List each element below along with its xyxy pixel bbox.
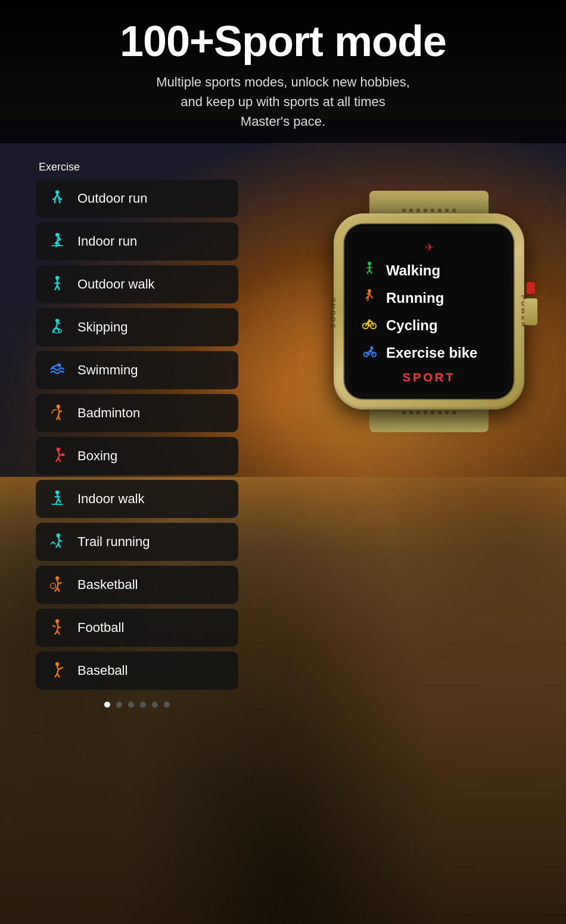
outdoor-run-label: Outdoor run	[77, 191, 147, 206]
indoor-walk-icon	[46, 488, 68, 510]
dot-6[interactable]	[164, 702, 170, 708]
sport-text: SPORT	[403, 371, 456, 384]
exercise-bike-label: Exercise bike	[386, 345, 477, 361]
trail-run-label: Trail running	[77, 534, 150, 550]
list-item[interactable]: Football	[36, 609, 238, 647]
watch-sport-walking: Walking	[361, 261, 497, 280]
run-icon	[361, 289, 378, 308]
vent-dots-bottom	[402, 411, 456, 414]
svg-point-14	[55, 662, 59, 666]
vent-dot	[431, 411, 434, 414]
modes-label: Exercise	[36, 161, 238, 173]
watch-sport-running: Running	[361, 289, 497, 308]
watch-screen: ✈ Walking	[349, 229, 509, 394]
dot-4[interactable]	[140, 702, 146, 708]
swimming-icon	[46, 359, 68, 381]
vent-dot	[438, 411, 441, 414]
svg-point-19	[368, 320, 371, 322]
watch-body: SOUND POWER ✈	[334, 191, 524, 432]
svg-point-9	[55, 491, 59, 494]
badminton-icon	[46, 402, 68, 424]
vent-dot	[416, 209, 420, 212]
svg-point-3	[55, 319, 59, 323]
list-item[interactable]: Skipping	[36, 308, 238, 346]
watch-lug-top	[369, 191, 489, 215]
watch-lug-bottom	[369, 408, 489, 432]
vent-dots	[402, 209, 456, 212]
watch-logo: ✈	[361, 241, 497, 254]
list-item[interactable]: Badminton	[36, 394, 238, 432]
baseball-icon	[46, 660, 68, 681]
skipping-label: Skipping	[77, 320, 127, 335]
list-item[interactable]: Indoor walk	[36, 480, 238, 518]
svg-point-0	[55, 190, 59, 194]
vent-dot	[431, 209, 434, 212]
outdoor-walk-icon	[46, 274, 68, 295]
page-title: 100+Sport mode	[36, 18, 530, 65]
vent-dot	[452, 411, 456, 414]
svg-point-11	[55, 576, 59, 580]
watch-outer-case: SOUND POWER ✈	[334, 213, 524, 410]
walk-icon	[361, 261, 378, 280]
svg-point-22	[370, 346, 373, 349]
sport-bottom-label: SPORT	[361, 371, 497, 385]
boxing-icon	[46, 445, 68, 467]
list-item[interactable]: Outdoor run	[36, 179, 238, 218]
list-item[interactable]: Swimming	[36, 351, 238, 389]
dot-1[interactable]	[104, 702, 110, 708]
svg-point-13	[55, 619, 59, 623]
list-item[interactable]: Basketball	[36, 566, 238, 604]
svg-rect-8	[61, 454, 64, 456]
list-item[interactable]: Outdoor walk	[36, 265, 238, 303]
indoor-run-icon	[46, 231, 68, 252]
vent-dot	[424, 411, 427, 414]
indoor-run-label: Indoor run	[77, 234, 137, 249]
watch-area: SOUND POWER ✈	[310, 191, 548, 432]
vent-dot	[409, 411, 413, 414]
header: 100+Sport mode Multiple sports modes, un…	[0, 0, 566, 143]
outdoor-walk-label: Outdoor walk	[77, 277, 155, 292]
svg-point-12	[50, 584, 55, 589]
svg-point-2	[55, 276, 59, 280]
vent-dot	[416, 411, 420, 414]
page-subtitle: Multiple sports modes, unlock new hobbie…	[36, 72, 530, 131]
watch-sport-exercise-bike: Exercise bike	[361, 343, 497, 362]
svg-point-4	[53, 329, 61, 333]
boxing-label: Boxing	[77, 448, 117, 464]
walking-label: Walking	[386, 262, 440, 279]
svg-point-7	[57, 448, 60, 451]
vent-dot	[402, 411, 406, 414]
watch-crown	[524, 298, 537, 325]
svg-point-1	[55, 233, 59, 237]
vent-dot	[402, 209, 406, 212]
list-item[interactable]: Indoor run	[36, 222, 238, 261]
dot-2[interactable]	[116, 702, 122, 708]
modes-panel: Exercise Outdoor run	[36, 161, 238, 924]
exercise-bike-icon	[361, 343, 378, 362]
eagle-icon: ✈	[425, 241, 434, 253]
svg-point-6	[57, 405, 60, 408]
vent-dot	[438, 209, 441, 212]
dot-3[interactable]	[128, 702, 134, 708]
swimming-label: Swimming	[77, 362, 138, 378]
vent-dot	[445, 209, 449, 212]
football-icon	[46, 617, 68, 638]
watch-button-red	[527, 282, 535, 294]
vent-dot	[409, 209, 413, 212]
basketball-icon	[46, 574, 68, 596]
dot-5[interactable]	[152, 702, 158, 708]
watch-bezel: ✈ Walking	[344, 224, 514, 399]
pagination-dots	[36, 702, 238, 708]
baseball-label: Baseball	[77, 663, 127, 678]
list-item[interactable]: Baseball	[36, 652, 238, 690]
content-wrapper: 100+Sport mode Multiple sports modes, un…	[0, 0, 566, 924]
football-label: Football	[77, 620, 124, 635]
basketball-label: Basketball	[77, 577, 138, 593]
list-item[interactable]: Trail running	[36, 523, 238, 561]
main-layout: Exercise Outdoor run	[0, 143, 566, 924]
list-item[interactable]: Boxing	[36, 437, 238, 475]
vent-dot	[445, 411, 449, 414]
badminton-label: Badminton	[77, 405, 140, 421]
watch-sport-cycling: Cycling	[361, 316, 497, 335]
watch-side-left-label: SOUND	[329, 295, 337, 328]
